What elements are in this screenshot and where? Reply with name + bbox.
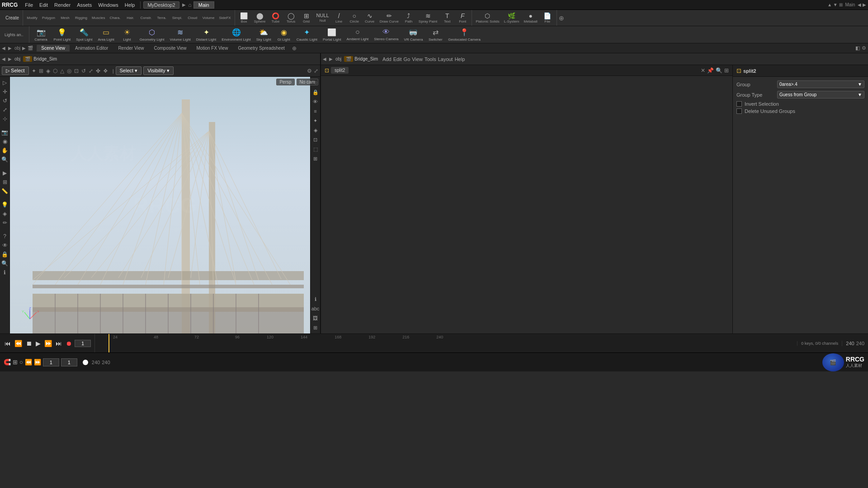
- start-frame-field[interactable]: [43, 358, 59, 366]
- lt-rotate[interactable]: ↺: [1, 97, 9, 105]
- ambient-light-tool[interactable]: ○ Ambient Light: [344, 27, 371, 42]
- vp-fwd[interactable]: ▶: [8, 56, 12, 61]
- point-light-tool[interactable]: 💡 Point Light: [51, 27, 74, 42]
- tool-hair[interactable]: Hair.: [123, 11, 137, 25]
- lt-paint[interactable]: ✏: [1, 219, 9, 227]
- tab-render-view[interactable]: Render View: [113, 45, 148, 52]
- rt-7[interactable]: ⊡: [311, 136, 320, 144]
- delete-checkbox[interactable]: [736, 108, 742, 114]
- tool-grid[interactable]: ⊞Grid: [299, 11, 314, 25]
- volume-light-tool[interactable]: ≋ Volume Light: [167, 27, 193, 42]
- view-options[interactable]: ⚙: [862, 45, 866, 51]
- rt-5[interactable]: ✦: [311, 117, 320, 125]
- split2-tab[interactable]: split2: [331, 67, 349, 74]
- ne-view[interactable]: View: [412, 56, 423, 62]
- lt-scale[interactable]: ⤢: [1, 106, 9, 114]
- persp-btn[interactable]: Persp: [276, 79, 294, 85]
- tool-spray[interactable]: ≋Spray Paint: [417, 11, 439, 25]
- lt-snap[interactable]: ⊞: [1, 178, 9, 186]
- vp-back[interactable]: ◀: [2, 56, 5, 61]
- area-light-tool[interactable]: ▭ Area Light: [95, 27, 117, 42]
- menu-help[interactable]: Help: [122, 1, 138, 9]
- portal-light-tool[interactable]: ⬜ Portal Light: [320, 27, 344, 42]
- tool-draw-curve[interactable]: ✏Draw Curve: [378, 11, 401, 25]
- tool-icon-11[interactable]: ❖: [102, 67, 109, 75]
- tool-rigging[interactable]: Rigging: [73, 11, 89, 25]
- ne-tools[interactable]: Tools: [425, 56, 436, 62]
- lt-material[interactable]: ◈: [1, 210, 9, 218]
- current-frame-input[interactable]: [75, 340, 91, 347]
- ne-pin[interactable]: 📌: [707, 67, 714, 74]
- lt-light[interactable]: 💡: [1, 201, 9, 209]
- bb-grid[interactable]: ⊞: [13, 359, 18, 366]
- obj-label[interactable]: obj: [14, 46, 20, 51]
- tool-torus[interactable]: ◯Torus: [284, 11, 298, 25]
- add-btn[interactable]: ⊕: [559, 14, 564, 22]
- tool-metaball[interactable]: ●Metaball: [522, 11, 539, 25]
- tool-platonic[interactable]: ⬡Platonic Solids: [474, 11, 501, 25]
- ne-layout[interactable]: Layout: [438, 56, 453, 62]
- tab-composite-view[interactable]: Composite View: [149, 45, 191, 52]
- tool-modify[interactable]: Modify: [25, 11, 39, 25]
- menu-file[interactable]: File: [22, 1, 36, 9]
- menu-assets[interactable]: Assets: [74, 1, 94, 9]
- lt-info[interactable]: ℹ: [1, 268, 9, 277]
- bb-circle[interactable]: ○: [19, 359, 23, 366]
- tool-null[interactable]: NULLNull: [315, 11, 331, 25]
- play[interactable]: ▶: [35, 339, 42, 348]
- geometry-light-tool[interactable]: ⬡ Geometry Light: [137, 27, 167, 42]
- tool-lsystem[interactable]: 🌿L-System: [502, 11, 521, 25]
- tool-text[interactable]: TText: [440, 11, 454, 25]
- ne-search[interactable]: 🔍: [716, 67, 722, 74]
- tool-chara[interactable]: Chara.: [108, 11, 122, 25]
- lt-pan[interactable]: ✋: [1, 146, 9, 155]
- vp-settings[interactable]: ⚙: [307, 68, 312, 74]
- tool-mesh[interactable]: Mesh: [58, 11, 72, 25]
- spot-light-tool[interactable]: 🔦 Spot Light: [73, 27, 95, 42]
- lt-select[interactable]: ▷: [1, 79, 9, 87]
- tab-scene-view[interactable]: Scene View: [37, 45, 70, 52]
- tool-icon-3[interactable]: ◈: [45, 67, 51, 75]
- rt-info[interactable]: ℹ: [311, 295, 320, 303]
- tool-tube[interactable]: ⭕Tube: [269, 11, 283, 25]
- sky-light-tool[interactable]: ⛅ Sky Light: [254, 27, 274, 42]
- environment-light-tool[interactable]: 🌐 Environment Light: [219, 27, 253, 42]
- tool-volume[interactable]: Volume: [201, 11, 217, 25]
- stop[interactable]: ⏹: [25, 339, 33, 348]
- tool-cloud[interactable]: Cloud: [185, 11, 200, 25]
- jump-start[interactable]: ⏮: [4, 339, 12, 348]
- group-dropdown[interactable]: 0area>.4 ▼: [777, 80, 864, 88]
- tool-icon-6[interactable]: ◎: [66, 67, 72, 75]
- tab-geo-spreadsheet[interactable]: Geometry Spreadsheet: [233, 45, 289, 52]
- ne-zoom-fit[interactable]: ⊞: [724, 67, 729, 74]
- lt-transform[interactable]: ⊹: [1, 115, 9, 123]
- back-arrow[interactable]: ◀: [2, 46, 5, 51]
- ne-add[interactable]: Add: [382, 56, 392, 62]
- frame-field[interactable]: [61, 358, 77, 366]
- ne-fwd[interactable]: ▶: [329, 56, 333, 61]
- geolocated-camera-tool[interactable]: 📍 Geolocated Camera: [445, 27, 483, 42]
- group-type-dropdown[interactable]: Guess from Group ▼: [777, 91, 864, 99]
- lt-zoom[interactable]: 🔍: [1, 155, 9, 164]
- menu-edit[interactable]: Edit: [37, 1, 51, 9]
- ne-close[interactable]: ✕: [701, 67, 705, 74]
- tool-sidefx[interactable]: SideFX: [217, 11, 232, 25]
- lt-lock[interactable]: 🔒: [1, 250, 9, 258]
- tool-icon-5[interactable]: △: [59, 67, 65, 75]
- lt-render[interactable]: ▶: [1, 169, 9, 177]
- jump-end[interactable]: ⏭: [55, 339, 63, 348]
- workspace-button[interactable]: MyDesktop2: [143, 1, 179, 9]
- light-tool[interactable]: ☀ Light: [117, 27, 137, 42]
- play-fwd[interactable]: ⏩: [43, 339, 53, 348]
- view-split[interactable]: ◧: [855, 45, 860, 51]
- tool-icon-10[interactable]: ✤: [95, 67, 101, 75]
- rt-8[interactable]: ⬚: [311, 145, 320, 153]
- vr-camera-tool[interactable]: 🥽 VR Camera: [401, 27, 426, 42]
- tool-icon-9[interactable]: ⤢: [88, 67, 94, 75]
- lt-eye[interactable]: 👁: [1, 241, 9, 249]
- 3d-viewport[interactable]: Persp No cam X Y Z ⚙: [10, 77, 320, 333]
- visibility-btn[interactable]: Visibility ▾: [143, 66, 174, 75]
- select-dropdown[interactable]: Select ▾: [116, 66, 142, 75]
- tab-animation-editor[interactable]: Animation Editor: [71, 45, 113, 52]
- rt-grid[interactable]: ⊞: [311, 324, 320, 332]
